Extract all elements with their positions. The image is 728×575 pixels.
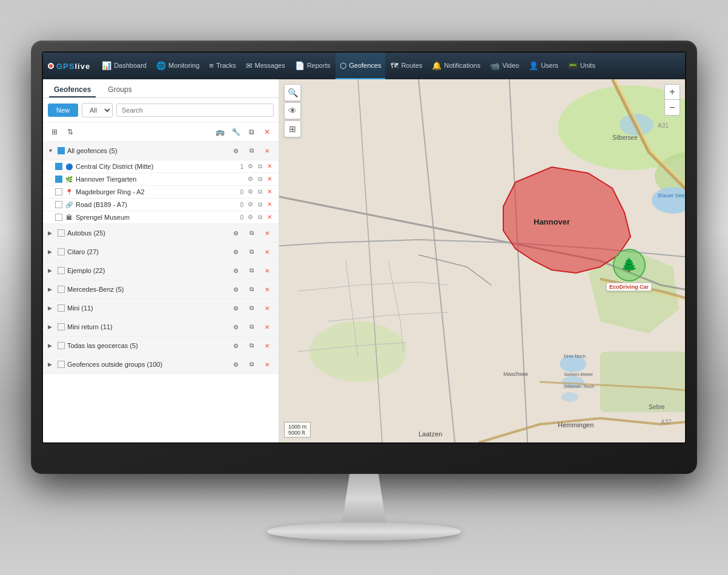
map-type-button[interactable]: ⊞ [284, 120, 301, 137]
group-settings[interactable]: ⚙ [229, 264, 242, 277]
tab-groups[interactable]: Groups [103, 83, 136, 97]
group-checkbox[interactable] [58, 361, 65, 368]
search-input[interactable] [116, 104, 274, 117]
group-copy[interactable]: ⧉ [245, 301, 258, 315]
vehicle-tool-icon[interactable]: 🚌 [213, 125, 227, 139]
wrench-tool-icon[interactable]: 🔧 [229, 125, 242, 139]
item-copy-icon[interactable]: ⧉ [256, 201, 264, 208]
nav-notifications[interactable]: 🔔 Notifications [428, 53, 485, 79]
map-container[interactable]: Hannover Hemmingen Laatzen Silbersee Bla… [279, 79, 685, 442]
all-geofences-checkbox[interactable] [58, 147, 65, 154]
item-checkbox[interactable] [55, 176, 62, 183]
layers-button[interactable]: 👁 [284, 102, 301, 119]
item-copy-icon[interactable]: ⧉ [256, 214, 264, 221]
item-checkbox[interactable] [55, 163, 62, 170]
nav-monitoring[interactable]: 🌐 Monitoring [152, 53, 204, 79]
group-copy[interactable]: ⧉ [245, 245, 258, 258]
expand-icon[interactable]: ▶ [48, 286, 55, 292]
item-delete-icon[interactable]: ✕ [265, 163, 274, 170]
group-delete[interactable]: ✕ [260, 358, 274, 371]
nav-users[interactable]: 👤 Users [524, 53, 563, 79]
zoom-in-button[interactable]: + [664, 84, 680, 100]
nav-routes[interactable]: 🗺 Routes [386, 53, 426, 79]
item-delete-icon[interactable]: ✕ [265, 176, 274, 183]
group-settings[interactable]: ⚙ [229, 245, 242, 258]
group-checkbox[interactable] [58, 286, 65, 293]
all-geofences-copy[interactable]: ⧉ [245, 144, 258, 157]
item-checkbox[interactable] [55, 188, 62, 196]
group-delete[interactable]: ✕ [260, 245, 274, 258]
group-checkbox[interactable] [58, 342, 65, 349]
item-delete-icon[interactable]: ✕ [265, 201, 274, 208]
nav-units[interactable]: 📟 Units [564, 53, 600, 79]
all-geofences-settings[interactable]: ⚙ [229, 144, 242, 157]
expand-icon[interactable]: ▶ [48, 324, 55, 330]
item-copy-icon[interactable]: ⧉ [256, 188, 264, 196]
nav-reports[interactable]: 📄 Reports [291, 53, 335, 79]
group-checkbox[interactable] [58, 248, 65, 255]
item-delete-icon[interactable]: ✕ [265, 188, 274, 196]
item-count: 0 [236, 202, 243, 208]
item-settings-icon[interactable]: ⚙ [246, 163, 254, 170]
all-geofences-delete[interactable]: ✕ [260, 144, 274, 157]
filter-select[interactable]: All [82, 103, 113, 117]
group-copy[interactable]: ⧉ [245, 358, 258, 371]
group-copy[interactable]: ⧉ [245, 320, 258, 334]
nav-messages[interactable]: ✉ Messages [242, 53, 290, 79]
group-settings[interactable]: ⚙ [229, 339, 242, 352]
delete-tool-icon[interactable]: ✕ [260, 125, 274, 139]
group-checkbox[interactable] [58, 323, 65, 330]
item-checkbox[interactable] [55, 214, 62, 221]
new-button[interactable]: New [48, 104, 78, 117]
nav-geofences[interactable]: ⬡ Geofences [336, 53, 385, 79]
item-settings-icon[interactable]: ⚙ [246, 201, 254, 208]
logo-text: GPSlive [56, 62, 90, 71]
group-header: ▶ Mini (11) ⚙ ⧉ ✕ [43, 299, 279, 318]
group-copy[interactable]: ⧉ [245, 226, 258, 240]
group-delete[interactable]: ✕ [260, 339, 274, 352]
item-settings-icon[interactable]: ⚙ [246, 176, 254, 183]
tab-geofences[interactable]: Geofences [49, 83, 96, 97]
group-delete[interactable]: ✕ [260, 301, 274, 315]
group-delete[interactable]: ✕ [260, 226, 274, 240]
copy-tool-icon[interactable]: ⧉ [245, 125, 258, 139]
expand-icon[interactable]: ▶ [48, 230, 55, 236]
group-settings[interactable]: ⚙ [229, 320, 242, 334]
item-delete-icon[interactable]: ✕ [265, 214, 274, 221]
main-content: Geofences Groups New All ⊞ ⇅ [43, 79, 685, 442]
item-settings-icon[interactable]: ⚙ [246, 214, 254, 221]
group-settings[interactable]: ⚙ [229, 283, 242, 296]
item-copy-icon[interactable]: ⧉ [256, 163, 264, 170]
group-copy[interactable]: ⧉ [245, 339, 258, 352]
group-delete[interactable]: ✕ [260, 320, 274, 334]
group-delete[interactable]: ✕ [260, 283, 274, 296]
collapse-icon[interactable]: ▼ [48, 148, 55, 154]
nav-notifications-label: Notifications [444, 62, 480, 69]
group-copy[interactable]: ⧉ [245, 264, 258, 277]
group-settings[interactable]: ⚙ [229, 301, 242, 315]
group-copy[interactable]: ⧉ [245, 283, 258, 296]
item-copy-icon[interactable]: ⧉ [256, 176, 264, 183]
svg-text:Sieben-Meter: Sieben-Meter [564, 372, 593, 377]
group-checkbox[interactable] [58, 267, 65, 274]
group-settings[interactable]: ⚙ [229, 226, 242, 240]
expand-all-icon[interactable]: ⊞ [48, 125, 61, 139]
item-settings-icon[interactable]: ⚙ [246, 188, 254, 196]
group-checkbox[interactable] [58, 229, 65, 237]
zoom-out-button[interactable]: − [664, 100, 680, 116]
item-name: Sprengel Museum [76, 214, 234, 221]
expand-icon[interactable]: ▶ [48, 305, 55, 311]
item-checkbox[interactable] [55, 201, 62, 208]
nav-tracks[interactable]: ≡ Tracks [205, 53, 240, 79]
sort-icon[interactable]: ⇅ [64, 125, 77, 139]
expand-icon[interactable]: ▶ [48, 343, 55, 349]
group-checkbox[interactable] [58, 304, 65, 312]
group-delete[interactable]: ✕ [260, 264, 274, 277]
expand-icon[interactable]: ▶ [48, 361, 55, 367]
search-map-button[interactable]: 🔍 [284, 84, 301, 101]
group-settings[interactable]: ⚙ [229, 358, 242, 371]
nav-dashboard[interactable]: 📊 Dashboard [98, 53, 151, 79]
expand-icon[interactable]: ▶ [48, 268, 55, 274]
nav-video[interactable]: 📹 Video [486, 53, 523, 79]
expand-icon[interactable]: ▶ [48, 249, 55, 255]
